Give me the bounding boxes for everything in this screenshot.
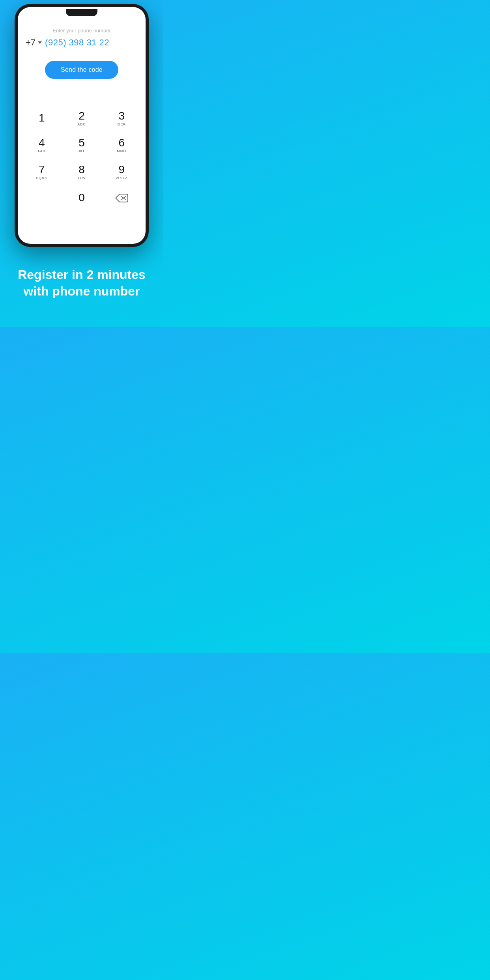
- key-5[interactable]: 5 JKL: [62, 132, 101, 159]
- key-1-number: 1: [39, 112, 45, 123]
- key-4-letters: GHI: [38, 149, 45, 153]
- key-1[interactable]: 1: [22, 105, 62, 132]
- keypad: 1 2 ABC 3 DEF 4 GHI 5 JKL: [18, 105, 146, 215]
- key-empty-left: [22, 185, 62, 211]
- key-5-letters: JKL: [78, 149, 86, 153]
- spacer: [18, 93, 146, 105]
- key-5-number: 5: [79, 137, 85, 148]
- phone-top-bar: [18, 7, 146, 18]
- bottom-text-area: Register in 2 minutes with phone number: [0, 247, 163, 323]
- backspace-icon: [115, 194, 128, 202]
- key-8-number: 8: [79, 164, 85, 175]
- key-8-letters: TUV: [77, 176, 86, 180]
- key-3-letters: DEF: [118, 122, 126, 126]
- key-6-letters: MNO: [117, 149, 126, 153]
- phone-input-row[interactable]: +7 (925) 398 31 22: [26, 37, 138, 51]
- country-code-dropdown-icon: [38, 41, 42, 44]
- key-3-number: 3: [119, 110, 125, 122]
- key-3[interactable]: 3 DEF: [102, 105, 142, 132]
- key-2-number: 2: [79, 110, 85, 122]
- phone-wrapper: Enter your phone number +7 (925) 398 31 …: [0, 0, 163, 247]
- key-4-number: 4: [39, 137, 45, 148]
- key-2[interactable]: 2 ABC: [62, 105, 101, 132]
- key-4[interactable]: 4 GHI: [22, 132, 62, 159]
- phone-screen: Enter your phone number +7 (925) 398 31 …: [18, 7, 146, 244]
- key-7[interactable]: 7 PQRS: [22, 159, 62, 185]
- key-9-number: 9: [119, 164, 125, 175]
- input-section: Enter your phone number +7 (925) 398 31 …: [18, 18, 146, 93]
- key-0[interactable]: 0: [62, 185, 101, 211]
- register-tagline: Register in 2 minutes with phone number: [16, 267, 148, 299]
- key-9[interactable]: 9 WXYZ: [102, 159, 142, 185]
- key-2-letters: ABC: [77, 122, 86, 126]
- key-7-letters: PQRS: [36, 176, 48, 180]
- key-9-letters: WXYZ: [116, 176, 127, 180]
- backspace-button[interactable]: [102, 185, 142, 211]
- key-6[interactable]: 6 MNO: [102, 132, 142, 159]
- phone-notch: [66, 9, 97, 16]
- key-8[interactable]: 8 TUV: [62, 159, 101, 185]
- country-code-text: +7: [26, 37, 36, 48]
- key-0-number: 0: [79, 192, 85, 203]
- phone-device: Enter your phone number +7 (925) 398 31 …: [15, 4, 149, 247]
- country-code-selector[interactable]: +7: [26, 37, 42, 48]
- phone-input-label: Enter your phone number: [52, 28, 110, 34]
- send-code-button[interactable]: Send the code: [45, 61, 118, 79]
- key-7-number: 7: [39, 164, 45, 175]
- phone-number-display[interactable]: (925) 398 31 22: [45, 37, 138, 48]
- key-6-number: 6: [119, 137, 125, 148]
